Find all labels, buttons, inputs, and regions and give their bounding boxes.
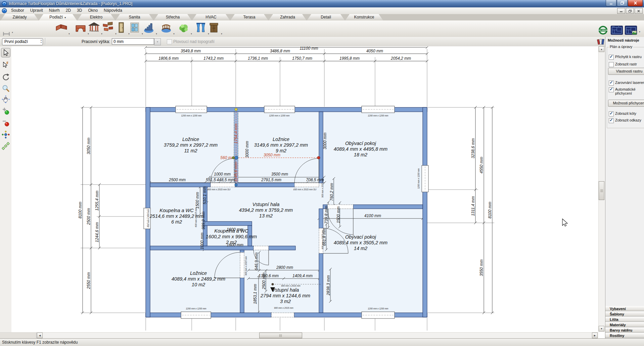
dim-label: 989,9 mm	[201, 211, 206, 229]
shrub-dropdown-icon[interactable]: ▼	[190, 33, 192, 35]
prichytit-k-rastru-checkbox[interactable]: ✓	[609, 55, 614, 60]
section-barvy-nateru[interactable]: Barvy nátěru	[605, 328, 644, 333]
tab-dropdown-icon[interactable]: ▼	[64, 16, 66, 19]
working-height-dropdown-icon[interactable]: ▼	[154, 38, 161, 45]
gazebo-tool[interactable]: ▼	[87, 21, 101, 36]
tab-zahrada[interactable]: Zahrada	[269, 14, 307, 20]
scroll-down-icon[interactable]: ▼	[599, 326, 604, 332]
section-rostliny[interactable]: Rostliny	[605, 333, 644, 338]
balcony-dropdown-icon[interactable]: ▼	[173, 33, 175, 35]
mdi-minimize-button[interactable]	[617, 8, 625, 14]
stairs-icon	[143, 21, 155, 34]
canvas-horizontal-scrollbar[interactable]: ◀ ▶	[0, 332, 598, 339]
dim-label: 4050 mm	[366, 49, 383, 53]
stairs-tool[interactable]: ▼	[142, 21, 155, 36]
zobrazit-koty-checkbox[interactable]: ✓	[609, 111, 614, 116]
add-object-tool[interactable]	[1, 107, 10, 115]
go-green-icon[interactable]: GO GREEN	[598, 26, 608, 35]
tab-podlazi[interactable]: Podlaží ▼	[39, 14, 77, 20]
pan-tool[interactable]	[1, 95, 10, 104]
tab-detail[interactable]: Detail	[307, 14, 345, 20]
select-tool[interactable]	[1, 48, 10, 57]
zoom-tool[interactable]	[1, 84, 10, 93]
floating-topography-checkbox[interactable]	[167, 39, 172, 44]
automaticke-prichyceni-label: Automatické přichycení	[615, 87, 644, 95]
restore-button[interactable]	[617, 0, 628, 6]
menu-upravit[interactable]: Upravit	[27, 7, 46, 14]
menu-okno[interactable]: Okno	[85, 7, 101, 14]
tab-hvac[interactable]: HVAC	[192, 14, 230, 20]
wall-corner-dropdown-icon[interactable]: ▼	[68, 33, 70, 35]
dimension-tool-icon[interactable]	[2, 30, 11, 36]
tab-terasa[interactable]: Terasa	[230, 14, 268, 20]
room-size: 4089,4 mm x 3505,2 mm	[334, 240, 387, 245]
library-books-icon[interactable]	[597, 38, 605, 46]
zobrazit-odkazy-checkbox[interactable]: ✓	[609, 118, 614, 123]
close-button[interactable]	[628, 0, 643, 6]
menu-soubor[interactable]: Soubor	[8, 7, 27, 14]
rotate-tool[interactable]	[1, 72, 10, 81]
floorplan-canvas[interactable]: Ložnice3759,2 mm x 2997,2 mm11 m2Ložnice…	[11, 46, 598, 332]
wall-arch-tool[interactable]: ▼	[74, 21, 87, 36]
wall-bricks-tool[interactable]: ▼	[101, 21, 115, 36]
menu-navrh[interactable]: Návrh	[46, 7, 63, 14]
shrub-tool[interactable]: ▼	[177, 21, 190, 36]
canvas-vertical-scrollbar[interactable]: ▲ ▼	[598, 46, 605, 332]
dimension-tool-dropdown-icon[interactable]: ▼	[11, 32, 13, 34]
cabinet-icon	[208, 21, 220, 34]
curtains-tool[interactable]: ▼	[194, 21, 208, 36]
scroll-right-icon[interactable]: ▶	[592, 333, 598, 338]
measure-chain-icon	[2, 142, 10, 150]
blueprint-icon[interactable]	[610, 26, 623, 35]
select-numeric-tool[interactable]: #	[1, 60, 10, 69]
section-vybaveni[interactable]: Vybavení	[605, 306, 644, 311]
zobrazit-rastr-checkbox[interactable]	[609, 62, 614, 67]
fixture-label: 1200 mm x 1200 mm	[368, 114, 388, 117]
vertical-scroll-thumb[interactable]	[599, 181, 604, 200]
vlastnosti-rastru-button[interactable]: Vlastnosti rastru	[608, 68, 644, 75]
scroll-left-icon[interactable]: ◀	[37, 333, 43, 338]
tab-konstrukce[interactable]: Konstrukce	[345, 14, 383, 20]
floor-level-select[interactable]: První podlaží ▲▼	[2, 38, 43, 45]
door-opening	[240, 252, 244, 278]
remove-object-tool[interactable]	[1, 118, 10, 127]
dim-label: 1311,4 mm	[471, 196, 475, 216]
floor-level-spinner-icon[interactable]: ▲▼	[40, 39, 42, 44]
tab-sanita[interactable]: Sanita	[116, 14, 153, 20]
door-opening	[294, 183, 319, 187]
dim-label: 3000 mm	[323, 133, 327, 149]
tab-zaklady[interactable]: Základy	[1, 14, 39, 20]
tab-strecha[interactable]: Střecha	[154, 14, 192, 20]
cabinet-dropdown-icon[interactable]: ▼	[221, 33, 223, 35]
menu-napoveda[interactable]: Nápověda	[101, 7, 125, 14]
automaticke-prichyceni-checkbox[interactable]: ✓	[609, 87, 614, 92]
badges-dropdown-icon[interactable]: ▼	[639, 31, 641, 33]
wall-corner-tool[interactable]: ▼	[55, 21, 68, 36]
select-icon	[2, 49, 10, 57]
mdi-close-button[interactable]	[635, 8, 643, 14]
stairs-dropdown-icon[interactable]: ▼	[155, 33, 157, 35]
dim-label: 3549,8 mm	[181, 49, 201, 53]
section-lista[interactable]: Lišta	[605, 317, 644, 322]
working-height-input[interactable]	[112, 38, 154, 45]
measure-chain-tool[interactable]	[1, 142, 10, 150]
mdi-restore-button[interactable]	[626, 8, 634, 14]
moznosti-prichyceni-button[interactable]: Možnosti přichycení	[608, 100, 644, 107]
minimize-button[interactable]	[606, 0, 616, 6]
window-tool[interactable]: ▼	[128, 21, 141, 36]
menu-3d[interactable]: 3D	[74, 7, 85, 14]
section-materialy[interactable]: Materiály	[605, 322, 644, 327]
fixture-label: 1200 mm x 1200 mm	[368, 307, 388, 310]
balcony-tool[interactable]: ▼	[159, 21, 173, 36]
blueprint-photo-icon[interactable]	[625, 26, 637, 35]
tab-elektro[interactable]: Elektro	[77, 14, 115, 20]
orbit-tool[interactable]	[1, 130, 10, 139]
horizontal-scroll-thumb[interactable]	[259, 333, 302, 338]
cabinet-tool[interactable]: ▼	[207, 21, 221, 36]
section-sablony[interactable]: Šablony	[605, 311, 644, 316]
zarovnani-laserem-checkbox[interactable]: ✓	[609, 81, 614, 86]
door-tool[interactable]: ▼	[114, 21, 128, 36]
scroll-up-icon[interactable]: ▲	[599, 46, 604, 52]
menu-2d[interactable]: 2D	[63, 7, 74, 14]
check-icon: ✓	[609, 87, 613, 92]
